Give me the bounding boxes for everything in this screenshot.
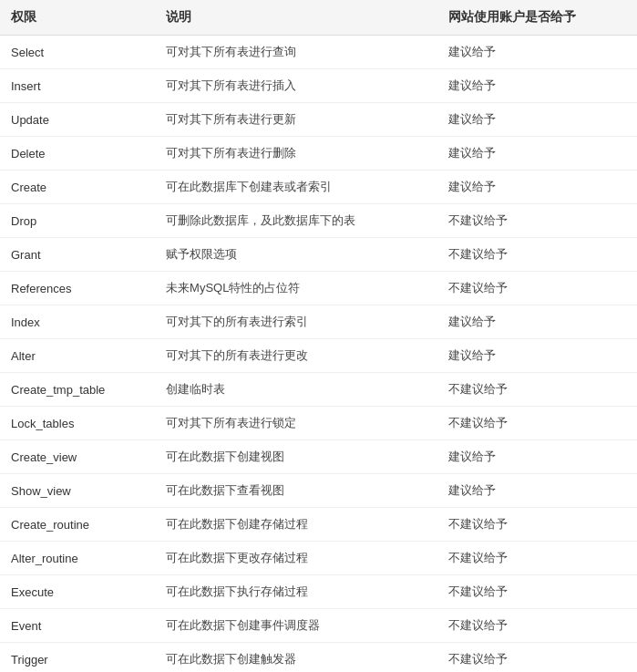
permissions-table: 权限 说明 网站使用账户是否给予 Select可对其下所有表进行查询建议给予In… — [0, 0, 637, 672]
cell-permission: Create — [0, 171, 155, 204]
cell-description: 可在此数据下创建触发器 — [155, 643, 437, 673]
table-row: Create可在此数据库下创建表或者索引建议给予 — [0, 171, 637, 204]
cell-recommendation: 不建议给予 — [437, 609, 637, 643]
table-row: Create_tmp_table创建临时表不建议给予 — [0, 373, 637, 407]
cell-description: 可在此数据下创建存储过程 — [155, 508, 437, 542]
cell-permission: References — [0, 272, 155, 305]
cell-permission: Update — [0, 103, 155, 137]
cell-recommendation: 不建议给予 — [437, 643, 637, 673]
cell-recommendation: 建议给予 — [437, 36, 637, 69]
cell-permission: Lock_tables — [0, 407, 155, 440]
table-row: Update可对其下所有表进行更新建议给予 — [0, 103, 637, 137]
cell-description: 可对其下所有表进行查询 — [155, 36, 437, 69]
cell-permission: Create_view — [0, 440, 155, 474]
cell-permission: Create_tmp_table — [0, 373, 155, 407]
cell-permission: Trigger — [0, 643, 155, 673]
table-row: Lock_tables可对其下所有表进行锁定不建议给予 — [0, 407, 637, 440]
cell-recommendation: 不建议给予 — [437, 238, 637, 272]
cell-description: 可在此数据库下创建表或者索引 — [155, 171, 437, 204]
table-row: References未来MySQL特性的占位符不建议给予 — [0, 272, 637, 305]
cell-recommendation: 建议给予 — [437, 171, 637, 204]
cell-description: 可对其下所有表进行删除 — [155, 137, 437, 171]
cell-recommendation: 建议给予 — [437, 103, 637, 137]
cell-permission: Event — [0, 609, 155, 643]
cell-recommendation: 不建议给予 — [437, 272, 637, 305]
cell-permission: Execute — [0, 575, 155, 609]
cell-description: 可在此数据下更改存储过程 — [155, 542, 437, 575]
cell-permission: Index — [0, 305, 155, 339]
col-header-permission: 权限 — [0, 0, 155, 36]
cell-permission: Create_routine — [0, 508, 155, 542]
cell-recommendation: 不建议给予 — [437, 204, 637, 238]
cell-permission: Select — [0, 36, 155, 69]
cell-recommendation: 建议给予 — [437, 440, 637, 474]
cell-recommendation: 建议给予 — [437, 137, 637, 171]
cell-description: 创建临时表 — [155, 373, 437, 407]
table-row: Drop可删除此数据库，及此数据库下的表不建议给予 — [0, 204, 637, 238]
cell-permission: Drop — [0, 204, 155, 238]
table-row: Alter可对其下的所有表进行更改建议给予 — [0, 339, 637, 373]
table-row: Event可在此数据下创建事件调度器不建议给予 — [0, 609, 637, 643]
page-container: 权限 说明 网站使用账户是否给予 Select可对其下所有表进行查询建议给予In… — [0, 0, 637, 672]
cell-description: 可在此数据下创建事件调度器 — [155, 609, 437, 643]
table-header-row: 权限 说明 网站使用账户是否给予 — [0, 0, 637, 36]
table-row: Insert可对其下所有表进行插入建议给予 — [0, 69, 637, 103]
table-row: Create_routine可在此数据下创建存储过程不建议给予 — [0, 508, 637, 542]
cell-recommendation: 建议给予 — [437, 305, 637, 339]
cell-description: 赋予权限选项 — [155, 238, 437, 272]
cell-permission: Alter — [0, 339, 155, 373]
cell-recommendation: 不建议给予 — [437, 542, 637, 575]
cell-description: 可对其下所有表进行更新 — [155, 103, 437, 137]
cell-description: 可对其下的所有表进行索引 — [155, 305, 437, 339]
table-row: Alter_routine可在此数据下更改存储过程不建议给予 — [0, 542, 637, 575]
cell-description: 可对其下所有表进行插入 — [155, 69, 437, 103]
cell-recommendation: 建议给予 — [437, 339, 637, 373]
cell-recommendation: 不建议给予 — [437, 575, 637, 609]
cell-permission: Grant — [0, 238, 155, 272]
table-row: Grant赋予权限选项不建议给予 — [0, 238, 637, 272]
table-row: Create_view可在此数据下创建视图建议给予 — [0, 440, 637, 474]
cell-recommendation: 不建议给予 — [437, 407, 637, 440]
cell-permission: Show_view — [0, 474, 155, 508]
cell-permission: Alter_routine — [0, 542, 155, 575]
col-header-recommendation: 网站使用账户是否给予 — [437, 0, 637, 36]
cell-permission: Insert — [0, 69, 155, 103]
table-row: Show_view可在此数据下查看视图建议给予 — [0, 474, 637, 508]
cell-recommendation: 不建议给予 — [437, 373, 637, 407]
table-row: Execute可在此数据下执行存储过程不建议给予 — [0, 575, 637, 609]
table-row: Select可对其下所有表进行查询建议给予 — [0, 36, 637, 69]
cell-description: 可对其下的所有表进行更改 — [155, 339, 437, 373]
cell-recommendation: 不建议给予 — [437, 508, 637, 542]
cell-description: 可在此数据下查看视图 — [155, 474, 437, 508]
table-row: Delete可对其下所有表进行删除建议给予 — [0, 137, 637, 171]
cell-description: 可删除此数据库，及此数据库下的表 — [155, 204, 437, 238]
cell-permission: Delete — [0, 137, 155, 171]
cell-description: 未来MySQL特性的占位符 — [155, 272, 437, 305]
cell-description: 可对其下所有表进行锁定 — [155, 407, 437, 440]
table-row: Index可对其下的所有表进行索引建议给予 — [0, 305, 637, 339]
cell-description: 可在此数据下创建视图 — [155, 440, 437, 474]
cell-recommendation: 建议给予 — [437, 69, 637, 103]
cell-description: 可在此数据下执行存储过程 — [155, 575, 437, 609]
cell-recommendation: 建议给予 — [437, 474, 637, 508]
col-header-description: 说明 — [155, 0, 437, 36]
table-row: Trigger可在此数据下创建触发器不建议给予 — [0, 643, 637, 673]
